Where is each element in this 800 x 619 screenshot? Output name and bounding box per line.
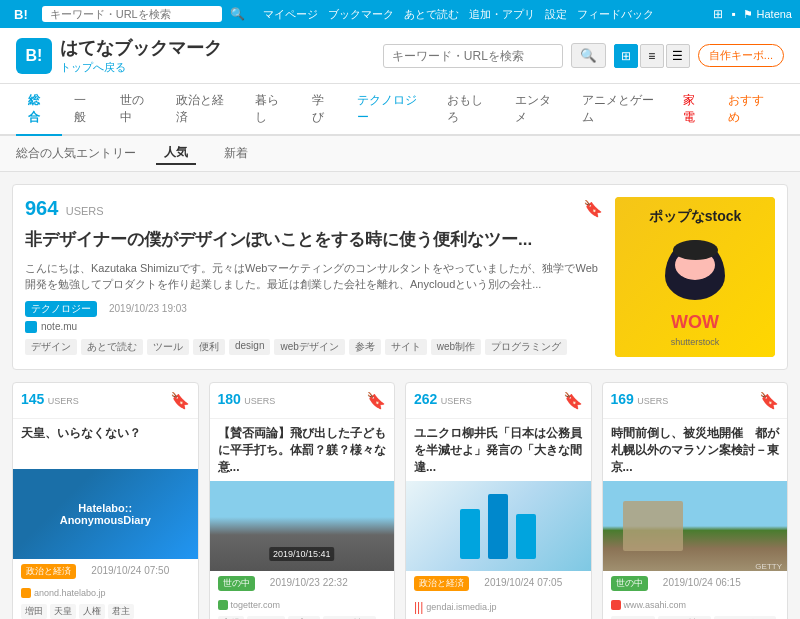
- entry-2-thumbnail: 2019/10/15:41: [210, 481, 395, 571]
- entry-1-thumbnail: Hatelabo::AnonymousDiary: [13, 469, 198, 559]
- entry-4-category[interactable]: 世の中: [611, 576, 648, 591]
- bell-icon: ▪: [731, 7, 735, 21]
- tag-webdesign[interactable]: webデザイン: [274, 339, 344, 355]
- entry-1-tag-1[interactable]: 天皇: [50, 604, 76, 619]
- site-subtitle: トップへ戻る: [60, 60, 222, 75]
- entry-1-bookmark-icon[interactable]: 🔖: [170, 391, 190, 410]
- entry-2-category[interactable]: 世の中: [218, 576, 255, 591]
- featured-category-badge[interactable]: テクノロジー: [25, 301, 97, 317]
- entry-4-bookmark-icon[interactable]: 🔖: [759, 391, 779, 410]
- entry-2-bookmark-icon[interactable]: 🔖: [366, 391, 386, 410]
- grid-view-icon[interactable]: ⊞: [614, 44, 638, 68]
- cat-tab-entertainment[interactable]: エンタメ: [503, 84, 571, 136]
- sub-tabs-title: 総合の人気エントリー: [16, 145, 136, 162]
- cat-tab-world[interactable]: 世の中: [108, 84, 165, 136]
- entry-3-title[interactable]: ユニクロ柳井氏「日本は公務員を半減せよ」発言の「大きな間違...: [406, 419, 591, 481]
- source-favicon: [25, 321, 37, 333]
- entry-card-1-header: 145 USERS 🔖: [13, 383, 198, 419]
- ad-banner[interactable]: ポップなstock WOW shutterstock: [615, 197, 775, 357]
- view-icons: ⊞ ≡ ☰: [614, 44, 690, 68]
- entry-3-source-icon: |||: [414, 600, 423, 614]
- entry-1-tag-0[interactable]: 増田: [21, 604, 47, 619]
- ad-title: ポップなstock: [649, 208, 742, 226]
- cat-tab-general2[interactable]: 一般: [62, 84, 108, 136]
- tag-design-en[interactable]: design: [229, 339, 270, 355]
- entry-4-meta: 世の中 2019/10/24 06:15: [603, 571, 788, 595]
- sub-tab-popular[interactable]: 人気: [156, 142, 196, 165]
- entry-3-bookmark-icon[interactable]: 🔖: [563, 391, 583, 410]
- custom-key-button[interactable]: 自作キーボ...: [698, 44, 784, 67]
- topbar-link-mypage[interactable]: マイページ: [263, 7, 318, 22]
- top-bar-links: マイページ ブックマーク あとで読む 追加・アプリ 設定 フィードバック: [263, 7, 654, 22]
- entry-1-tag-3[interactable]: 君主: [108, 604, 134, 619]
- grid-icon: ⊞: [713, 7, 723, 21]
- top-bar: B! 🔍 マイページ ブックマーク あとで読む 追加・アプリ 設定 フィードバッ…: [0, 0, 800, 28]
- topbar-link-bookmark[interactable]: ブックマーク: [328, 7, 394, 22]
- list-view-icon[interactable]: ≡: [640, 44, 664, 68]
- header-search-button[interactable]: 🔍: [571, 43, 606, 68]
- tag-webproduction[interactable]: web制作: [431, 339, 481, 355]
- entry-grid: 145 USERS 🔖 天皇、いらなくない？ Hatelabo::Anonymo…: [12, 382, 788, 619]
- ad-source: shutterstock: [671, 337, 720, 347]
- entry-card-1: 145 USERS 🔖 天皇、いらなくない？ Hatelabo::Anonymo…: [12, 382, 199, 619]
- topbar-link-settings[interactable]: 設定: [545, 7, 567, 22]
- tag-useful[interactable]: 便利: [193, 339, 225, 355]
- tag-programming[interactable]: プログラミング: [485, 339, 567, 355]
- cat-tab-life[interactable]: 暮らし: [243, 84, 300, 136]
- entry-1-users: 145 USERS: [21, 391, 79, 407]
- topbar-link-read-later[interactable]: あとで読む: [404, 7, 459, 22]
- header-right: 🔍 ⊞ ≡ ☰ 自作キーボ...: [383, 43, 784, 68]
- entry-2-tags: 育児 togetter twitter あとで読む 教育: [210, 612, 395, 619]
- cat-tab-politics[interactable]: 政治と経済: [164, 84, 243, 136]
- top-bar-logo: B!: [8, 5, 34, 24]
- cat-tab-tech[interactable]: テクノロジー: [345, 84, 434, 136]
- entry-2-source-icon: [218, 600, 228, 610]
- entry-card-4-header: 169 USERS 🔖: [603, 383, 788, 419]
- entry-3-meta: 政治と経済 2019/10/24 07:05: [406, 571, 591, 595]
- entry-card-3-header: 262 USERS 🔖: [406, 383, 591, 419]
- featured-title[interactable]: 非デザイナーの僕がデザインぽいことをする時に使う便利なツー...: [25, 228, 603, 252]
- entry-card-3: 262 USERS 🔖 ユニクロ柳井氏「日本は公務員を半減せよ」発言の「大きな間…: [405, 382, 592, 619]
- cat-tab-learning[interactable]: 学び: [300, 84, 346, 136]
- entry-4-source-icon: [611, 600, 621, 610]
- cat-tab-recommend[interactable]: おすすめ: [716, 84, 784, 136]
- tag-site[interactable]: サイト: [385, 339, 427, 355]
- entry-1-tag-2[interactable]: 人権: [79, 604, 105, 619]
- cat-tab-anime[interactable]: アニメとゲーム: [570, 84, 670, 136]
- entry-card-2-header: 180 USERS 🔖: [210, 383, 395, 419]
- entry-1-title[interactable]: 天皇、いらなくない？: [13, 419, 198, 469]
- entry-4-users: 169 USERS: [611, 391, 669, 407]
- tag-design[interactable]: デザイン: [25, 339, 77, 355]
- header: B! はてなブックマーク トップへ戻る 🔍 ⊞ ≡ ☰ 自作キーボ...: [0, 28, 800, 84]
- cat-tab-general[interactable]: 総合: [16, 84, 62, 136]
- entry-1-category[interactable]: 政治と経済: [21, 564, 76, 579]
- entry-4-title[interactable]: 時間前倒し、被災地開催 都が札幌以外のマラソン案検討－東京...: [603, 419, 788, 481]
- tag-reference[interactable]: 参考: [349, 339, 381, 355]
- featured-bookmark-icon[interactable]: 🔖: [583, 199, 603, 218]
- sub-tab-new[interactable]: 新着: [216, 143, 256, 164]
- header-title: はてなブックマーク トップへ戻る: [60, 36, 222, 75]
- compact-view-icon[interactable]: ☰: [666, 44, 690, 68]
- header-search-input[interactable]: [383, 44, 563, 68]
- featured-left: 964 USERS 🔖 非デザイナーの僕がデザインぽいことをする時に使う便利なツ…: [25, 197, 603, 357]
- entry-3-users: 262 USERS: [414, 391, 472, 407]
- entry-4-date: 2019/10/24 06:15: [663, 577, 741, 588]
- topbar-link-add-app[interactable]: 追加・アプリ: [469, 7, 535, 22]
- tag-read-later[interactable]: あとで読む: [81, 339, 143, 355]
- featured-users: 964 USERS: [25, 197, 104, 220]
- entry-card-2: 180 USERS 🔖 【賛否両論】飛び出した子どもに平手打ち。体罰？躾？様々な…: [209, 382, 396, 619]
- cat-tab-fun[interactable]: おもしろ: [435, 84, 503, 136]
- cat-tab-electronics[interactable]: 家電: [671, 84, 717, 136]
- entry-1-meta: 政治と経済 2019/10/24 07:50: [13, 559, 198, 583]
- topbar-link-feedback[interactable]: フィードバック: [577, 7, 654, 22]
- entry-3-category[interactable]: 政治と経済: [414, 576, 469, 591]
- site-title: はてなブックマーク: [60, 36, 222, 60]
- tag-tool[interactable]: ツール: [147, 339, 189, 355]
- entry-2-title[interactable]: 【賛否両論】飛び出した子どもに平手打ち。体罰？躾？様々な意...: [210, 419, 395, 481]
- featured-right: ポップなstock WOW shutterstock: [615, 197, 775, 357]
- entry-4-thumbnail: GETTY: [603, 481, 788, 571]
- header-logo: B! はてなブックマーク トップへ戻る: [16, 36, 222, 75]
- featured-tags: デザイン あとで読む ツール 便利 design webデザイン 参考 サイト …: [25, 339, 603, 355]
- featured-source: note.mu: [25, 321, 603, 333]
- top-bar-search-input[interactable]: [42, 6, 222, 22]
